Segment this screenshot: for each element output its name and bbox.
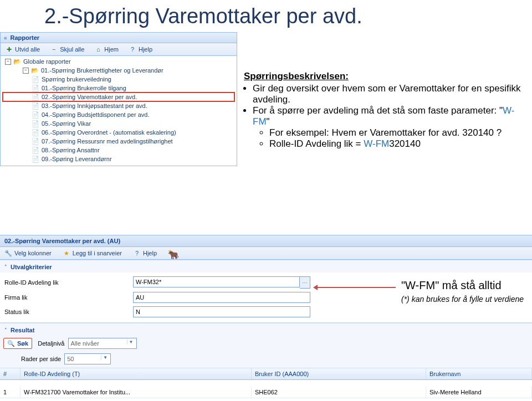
annotation-hint: (*) kan brukes for å fylle ut verdiene	[401, 295, 524, 304]
search-label: Søk	[17, 340, 28, 347]
help-label: Hjelp	[139, 46, 152, 53]
query-toolbar: 🔧 Velg kolonner ★ Legg til i snarveier ?…	[0, 247, 532, 260]
utvalg-section-header[interactable]: ˄ Utvalgkriterier	[0, 260, 532, 273]
help-icon: ?	[129, 45, 136, 53]
help-button[interactable]: ? Hjelp	[131, 248, 159, 258]
cell-num: 1	[0, 387, 21, 398]
tree-item-label: 02.-Spørring Varemottaker per avd.	[42, 94, 137, 100]
home-icon: ⌂	[94, 45, 102, 53]
status-input[interactable]	[133, 306, 310, 317]
tree-item[interactable]: 📄 Spørring brukerveiledning	[3, 75, 234, 84]
collapse-icon[interactable]: «	[4, 35, 7, 41]
tree-item[interactable]: 📄 08.-Spørring Ansattnr	[3, 146, 234, 155]
collapse-toggle-icon[interactable]: −	[23, 68, 29, 74]
tree-item-label: 09.-Spøring Leverandørnr	[42, 156, 112, 162]
tree-item[interactable]: 📄 06.-Spørring Overordnet - (automatisk …	[3, 128, 234, 137]
document-icon: 📄	[32, 84, 39, 92]
criteria-label: Status lik	[4, 309, 133, 315]
help-button[interactable]: ? Hjelp	[126, 44, 155, 54]
detaljniva-label: Detaljnivå	[38, 340, 64, 347]
description-line: For å spørre per avdeling må det stå som…	[253, 105, 521, 150]
expand-all-button[interactable]: ✚ Utvid alle	[3, 44, 42, 54]
tree-item-label: 07.-Spørring Ressursnr med avdelingstilh…	[42, 138, 173, 145]
tree-item-label: 03.-Spørring Innkjøpsattestant per avd.	[42, 102, 147, 109]
wrench-icon: 🔧	[4, 249, 12, 257]
tree-root-label: Globale rapporter	[23, 58, 71, 65]
tree-item-label: Spørring brukerveiledning	[42, 76, 111, 83]
rolle-id-input[interactable]	[133, 276, 300, 287]
document-icon: 📄	[32, 128, 39, 136]
criteria-label: Rolle-ID Avdeling lik	[4, 279, 133, 286]
query-panel: 02.-Spørring Varemottaker per avd. (AU) …	[0, 235, 532, 398]
bull-logo-icon: 🐂	[168, 249, 176, 257]
rows-per-page-select[interactable]: 50	[64, 353, 111, 364]
criteria-row-status: Status lik	[4, 305, 532, 319]
tree-root[interactable]: − 📂 Globale rapporter	[3, 57, 234, 66]
plus-icon: ✚	[5, 45, 13, 53]
tree-folder[interactable]: − 📂 01.-Spørring Brukerrettigheter og Le…	[3, 66, 234, 75]
utvalg-section-label: Utvalgkriterier	[11, 264, 52, 270]
tree-item[interactable]: 📄 07.-Spørring Ressursnr med avdelingsti…	[3, 137, 234, 146]
col-bruker-header[interactable]: Bruker ID (AAA000)	[252, 368, 426, 379]
rapporter-panel: « Rapporter ✚ Utvid alle − Skjul alle ⌂ …	[0, 32, 237, 166]
tree-item-selected[interactable]: 📄 02.-Spørring Varemottaker per avd.	[3, 92, 234, 101]
annotation-arrow	[315, 287, 396, 288]
document-icon: 📄	[32, 102, 39, 110]
rapporter-panel-title: Rapporter	[11, 34, 40, 41]
chevron-up-icon: ˄	[4, 264, 7, 270]
choose-columns-label: Velg kolonner	[14, 250, 52, 256]
detaljniva-select[interactable]: Alle nivåer	[68, 338, 137, 349]
document-icon: 📄	[32, 93, 39, 101]
chevron-up-icon: ˄	[4, 327, 7, 333]
add-shortcut-button[interactable]: ★ Legg til i snarveier	[60, 248, 124, 258]
ellipsis-icon: ⋯	[302, 280, 308, 286]
resultat-section-label: Resultat	[11, 327, 34, 333]
choose-columns-button[interactable]: 🔧 Velg kolonner	[2, 248, 54, 258]
search-button[interactable]: 🔍 Søk	[3, 338, 32, 349]
resultat-section: ˄ Resultat 🔍 Søk Detaljnivå Alle nivåer …	[0, 322, 532, 398]
col-num-header[interactable]: #	[0, 368, 21, 379]
description-subline: For eksempel: Hvem er Varemottaker for a…	[269, 127, 521, 138]
cell-rolle: W-FM321700 Varemottaker for Institu...	[21, 387, 252, 398]
tree-item[interactable]: 📄 01.-Spørring Brukerrolle tilgang	[3, 84, 234, 92]
tree-folder-label: 01.-Spørring Brukerrettigheter og Levera…	[41, 67, 163, 74]
document-icon: 📄	[32, 155, 39, 163]
resultat-toolbar: 🔍 Søk Detaljnivå Alle nivåer	[0, 336, 532, 351]
rapporter-toolbar: ✚ Utvid alle − Skjul alle ⌂ Hjem ? Hjelp	[1, 43, 237, 56]
table-row[interactable]: 1 W-FM321700 Varemottaker for Institu...…	[0, 387, 532, 398]
tree-item[interactable]: 📄 03.-Spørring Innkjøpsattestant per avd…	[3, 101, 234, 110]
col-navn-header[interactable]: Brukernavn	[426, 368, 532, 379]
resultat-section-header[interactable]: ˄ Resultat	[0, 323, 532, 336]
tree-item[interactable]: 📄 04.-Spørring Budsjettdisponent per avd…	[3, 110, 234, 119]
folder-open-icon: 📂	[31, 66, 39, 74]
tree-item-label: 05.-Spørring Vikar	[42, 120, 91, 127]
picker-button[interactable]: ⋯	[300, 276, 310, 289]
document-icon: 📄	[32, 111, 39, 119]
collapse-all-button[interactable]: − Skjul alle	[48, 44, 86, 54]
home-label: Hjem	[104, 46, 119, 53]
description-heading: Spørringsbeskrivelsen:	[244, 71, 521, 82]
tree-item-label: 08.-Spørring Ansattnr	[42, 147, 100, 153]
help-icon: ?	[133, 249, 141, 257]
collapse-toggle-icon[interactable]: −	[5, 59, 11, 65]
col-rolle-header[interactable]: Rolle-ID Avdeling (T)	[21, 368, 252, 379]
description-block: Spørringsbeskrivelsen: Gir deg oversikt …	[244, 71, 521, 150]
home-button[interactable]: ⌂ Hjem	[92, 44, 121, 54]
star-icon: ★	[63, 249, 70, 257]
tree-item[interactable]: 📄 09.-Spøring Leverandørnr	[3, 155, 234, 163]
tree-item-label: 01.-Spørring Brukerrolle tilgang	[42, 85, 126, 91]
document-icon: 📄	[32, 137, 39, 145]
report-tree: − 📂 Globale rapporter − 📂 01.-Spørring B…	[1, 56, 237, 166]
search-icon: 🔍	[7, 340, 15, 347]
description-subline: Rolle-ID Avdeling lik = W-FM320140	[269, 138, 521, 150]
firma-input[interactable]	[133, 292, 310, 303]
collapse-all-label: Skjul alle	[60, 46, 84, 53]
result-table-header: # Rolle-ID Avdeling (T) Bruker ID (AAA00…	[0, 368, 532, 380]
tree-item[interactable]: 📄 05.-Spørring Vikar	[3, 119, 234, 128]
document-icon: 📄	[32, 75, 39, 83]
rapporter-panel-header: « Rapporter	[1, 33, 237, 43]
rows-per-page-label: Rader per side	[21, 356, 61, 362]
criteria-label: Firma lik	[4, 294, 133, 301]
document-icon: 📄	[32, 120, 39, 127]
cell-bruker: SHE062	[252, 387, 426, 398]
